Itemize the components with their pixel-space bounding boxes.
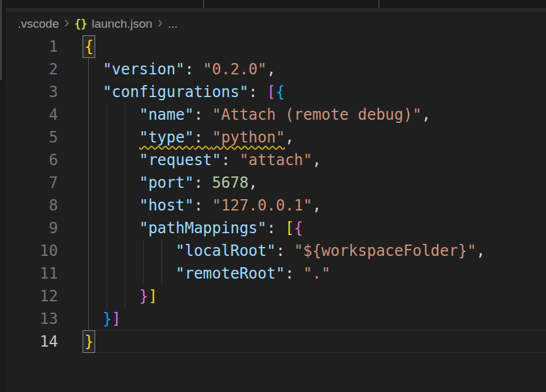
tab-strip — [6, 0, 546, 8]
code-line[interactable]: 13 }] — [6, 308, 546, 330]
indent-guide — [107, 262, 107, 285]
code-token: ] — [148, 287, 157, 305]
code-token: : — [285, 265, 303, 282]
code-token — [84, 106, 139, 124]
code-token: } — [103, 310, 112, 328]
code-token: { — [84, 38, 93, 55]
indent-guide — [125, 285, 125, 308]
active-indent-guide — [88, 217, 89, 239]
code-token: , — [422, 106, 431, 124]
code-token: "remoteRoot" — [176, 265, 285, 282]
active-indent-guide — [88, 149, 89, 171]
code-token — [84, 129, 139, 146]
code-token — [84, 174, 139, 192]
line-number: 12 — [6, 285, 58, 308]
code-token: 5678 — [212, 174, 248, 192]
active-indent-guide — [88, 58, 89, 81]
code-token: "0.2.0" — [203, 61, 267, 78]
code-line[interactable]: 6 "request": "attach", — [6, 149, 546, 171]
code-token: , — [312, 197, 321, 214]
code-token: "pathMappings" — [139, 219, 267, 237]
code-token: } — [84, 333, 93, 350]
indent-guide — [125, 194, 125, 217]
code-token: : — [194, 106, 212, 124]
code-line[interactable]: 5 "type": "python", — [6, 126, 546, 149]
code-token: "python" — [212, 129, 285, 146]
code-token: : — [276, 242, 294, 260]
code-token: "Attach (remote debug)" — [212, 106, 421, 124]
line-number: 6 — [6, 149, 58, 171]
active-indent-guide — [88, 239, 89, 262]
indent-guide — [125, 149, 125, 171]
code-area[interactable]: 1{2 "version": "0.2.0",3 "configurations… — [6, 35, 546, 392]
line-number: 1 — [6, 35, 58, 58]
code-line[interactable]: 8 "host": "127.0.0.1", — [6, 194, 546, 217]
code-token: "localRoot" — [176, 242, 276, 260]
code-token: [ — [285, 219, 294, 237]
code-line[interactable]: 1{ — [6, 35, 546, 58]
code-token: : — [185, 61, 203, 78]
active-indent-guide — [88, 194, 89, 217]
indent-guide — [125, 217, 125, 239]
indent-guide — [125, 171, 125, 194]
active-indent-guide — [88, 103, 89, 126]
breadcrumb-item-file[interactable]: launch.json — [92, 17, 153, 31]
line-number: 10 — [6, 239, 58, 262]
code-line[interactable]: 4 "name": "Attach (remote debug)", — [6, 103, 546, 126]
window-edge-column — [0, 0, 6, 392]
code-line[interactable]: 3 "configurations": [{ — [6, 81, 546, 103]
code-token: { — [294, 219, 303, 237]
breadcrumb-item-symbol[interactable]: ... — [168, 17, 178, 31]
indent-guide — [107, 194, 107, 217]
code-token: "." — [303, 265, 330, 282]
code-token: : — [194, 174, 212, 192]
code-line[interactable]: 2 "version": "0.2.0", — [6, 58, 546, 81]
line-number: 14 — [6, 330, 58, 353]
code-token: "${workspaceFolder}" — [294, 242, 476, 260]
code-line[interactable]: 12 }] — [6, 285, 546, 308]
code-token — [84, 219, 139, 237]
active-indent-guide — [88, 126, 89, 149]
line-number: 8 — [6, 194, 58, 217]
code-line[interactable]: 11 "remoteRoot": "." — [6, 262, 546, 285]
breadcrumb-item-folder[interactable]: .vscode — [18, 17, 59, 31]
code-token: , — [476, 242, 485, 260]
code-token: "attach" — [240, 151, 313, 169]
indent-guide — [125, 103, 125, 126]
tab-separator — [378, 0, 380, 8]
code-token — [84, 265, 176, 282]
indent-guide — [107, 239, 107, 262]
code-token — [84, 151, 139, 169]
indent-guide — [107, 171, 107, 194]
code-token: , — [285, 129, 294, 146]
line-number: 2 — [6, 58, 58, 81]
indent-guide — [107, 103, 107, 126]
active-indent-guide — [88, 285, 89, 308]
code-token: "type" — [139, 129, 194, 146]
code-line[interactable]: 10 "localRoot": "${workspaceFolder}", — [6, 239, 546, 262]
line-number: 4 — [6, 103, 58, 126]
indent-guide — [125, 126, 125, 149]
indent-guide — [107, 285, 107, 308]
indent-guide — [143, 262, 144, 285]
indent-guide — [107, 217, 107, 239]
code-token: "name" — [139, 106, 194, 124]
active-indent-guide — [88, 81, 89, 103]
vscode-editor-window: { "breadcrumb": { "folder": ".vscode", "… — [0, 0, 546, 392]
code-line[interactable]: 9 "pathMappings": [{ — [6, 217, 546, 239]
indent-guide — [107, 149, 107, 171]
line-number: 11 — [6, 262, 58, 285]
code-token: "127.0.0.1" — [212, 197, 312, 214]
indent-guide — [143, 239, 144, 262]
code-token: : — [194, 129, 212, 146]
json-file-icon: {} — [74, 17, 87, 30]
code-token — [84, 61, 103, 78]
indent-guide — [161, 262, 162, 285]
chevron-right-icon: › — [158, 14, 163, 30]
code-token: "version" — [103, 61, 185, 78]
active-indent-guide — [88, 308, 89, 330]
code-line[interactable]: 7 "port": 5678, — [6, 171, 546, 194]
code-token: "port" — [139, 174, 194, 192]
code-line[interactable]: 14} — [6, 330, 546, 353]
tab-separator — [203, 0, 204, 8]
